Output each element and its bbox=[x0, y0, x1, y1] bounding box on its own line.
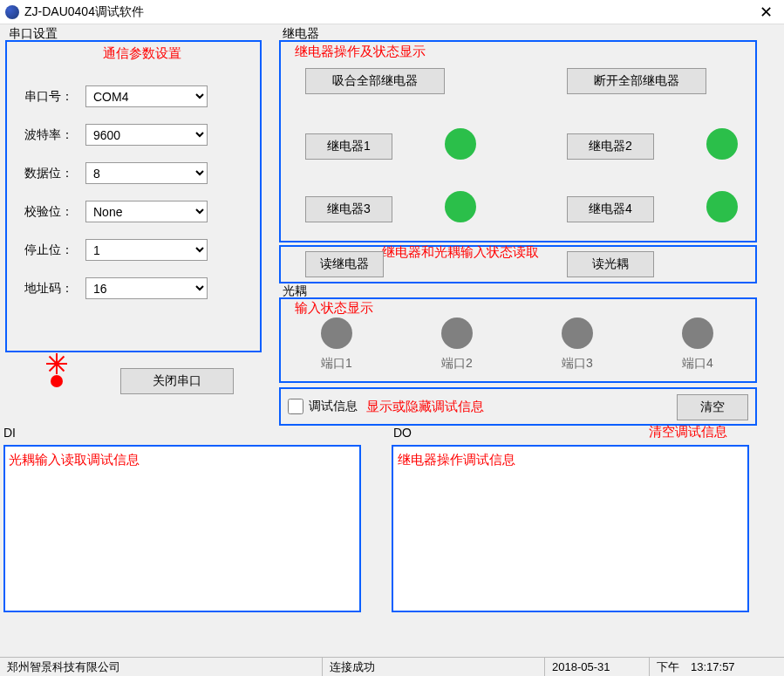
status-time: 下午 13:17:57 bbox=[650, 658, 784, 676]
debug-chk-label: 调试信息 bbox=[309, 399, 358, 414]
opto4-label: 端口4 bbox=[682, 356, 713, 372]
title-bar: ZJ-DAU0404调试软件 ✕ bbox=[0, 0, 784, 24]
opto3-label: 端口3 bbox=[562, 356, 593, 372]
status-date: 2018-05-31 bbox=[545, 658, 650, 676]
opto1-status-icon bbox=[321, 318, 352, 349]
clear-annot: 清空调试信息 bbox=[649, 424, 727, 440]
opto4-status-icon bbox=[682, 318, 713, 349]
port-select[interactable]: COM4 bbox=[85, 85, 208, 107]
close-all-relay-button[interactable]: 吸合全部继电器 bbox=[305, 68, 445, 94]
relay4-status-icon bbox=[706, 191, 738, 222]
parity-label: 校验位： bbox=[24, 204, 77, 220]
relay4-button[interactable]: 继电器4 bbox=[567, 196, 654, 222]
di-annot: 光耦输入读取调试信息 bbox=[9, 452, 140, 468]
relay3-button[interactable]: 继电器3 bbox=[305, 196, 392, 222]
stop-label: 停止位： bbox=[24, 242, 77, 258]
parity-select[interactable]: None bbox=[85, 201, 208, 222]
connection-status-icon bbox=[44, 368, 70, 394]
relay2-button[interactable]: 继电器2 bbox=[567, 133, 654, 160]
data-label: 数据位： bbox=[24, 166, 77, 181]
relay2-status-icon bbox=[706, 128, 738, 160]
open-all-relay-button[interactable]: 断开全部继电器 bbox=[567, 68, 706, 94]
relay-annot: 继电器操作及状态显示 bbox=[295, 44, 426, 60]
close-port-button[interactable]: 关闭串口 bbox=[120, 368, 234, 394]
status-company: 郑州智景科技有限公司 bbox=[0, 658, 323, 676]
read-annot: 继电器和光耦输入状态读取 bbox=[382, 244, 539, 261]
do-annot: 继电器操作调试信息 bbox=[398, 452, 515, 468]
stop-select[interactable]: 1 bbox=[85, 239, 208, 261]
baud-label: 波特率： bbox=[24, 127, 77, 143]
port-label: 串口号： bbox=[24, 89, 77, 105]
window-title: ZJ-DAU0404调试软件 bbox=[24, 4, 753, 20]
status-connection: 连接成功 bbox=[323, 658, 545, 676]
debug-annot: 显示或隐藏调试信息 bbox=[366, 399, 484, 415]
read-relay-button[interactable]: 读继电器 bbox=[305, 251, 384, 277]
opto2-label: 端口2 bbox=[441, 356, 473, 372]
relay3-status-icon bbox=[445, 191, 476, 222]
opto2-status-icon bbox=[441, 318, 473, 349]
status-bar: 郑州智景科技有限公司 连接成功 2018-05-31 下午 13:17:57 bbox=[0, 657, 784, 676]
baud-select[interactable]: 9600 bbox=[85, 124, 208, 146]
relay1-button[interactable]: 继电器1 bbox=[305, 133, 392, 160]
relay1-status-icon bbox=[445, 128, 476, 160]
app-logo-icon bbox=[5, 5, 19, 19]
addr-label: 地址码： bbox=[24, 281, 77, 297]
debug-checkbox[interactable] bbox=[288, 399, 303, 414]
do-textarea[interactable] bbox=[392, 445, 749, 612]
clear-button[interactable]: 清空 bbox=[677, 394, 748, 420]
di-group-label: DI bbox=[0, 426, 19, 440]
do-group-label: DO bbox=[390, 426, 415, 440]
addr-select[interactable]: 16 bbox=[85, 277, 208, 299]
read-opto-button[interactable]: 读光耦 bbox=[567, 251, 654, 277]
di-textarea[interactable] bbox=[3, 445, 361, 612]
close-icon[interactable]: ✕ bbox=[753, 3, 779, 22]
opto-annot: 输入状态显示 bbox=[295, 300, 373, 317]
serial-annot: 通信参数设置 bbox=[103, 45, 181, 62]
opto1-label: 端口1 bbox=[321, 356, 352, 372]
data-select[interactable]: 8 bbox=[85, 162, 208, 184]
opto3-status-icon bbox=[562, 318, 593, 349]
